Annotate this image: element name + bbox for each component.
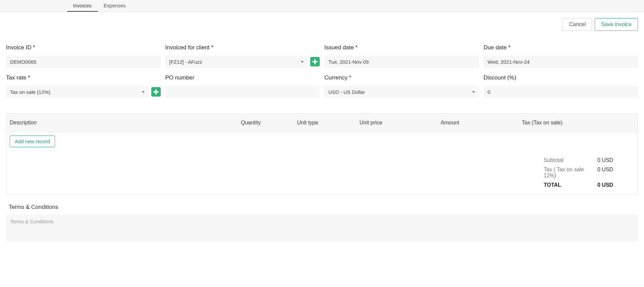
col-header-unit-type: Unit type xyxy=(297,120,360,126)
tab-invoices[interactable]: Invoices xyxy=(67,0,98,12)
chevron-down-icon xyxy=(142,91,145,93)
action-bar: Cancel Save invoice xyxy=(6,18,638,31)
invoice-form: Invoice ID * Invoiced for client * [FZ12… xyxy=(6,44,638,98)
subtotal-value: 0 USD xyxy=(597,157,634,163)
col-header-quantity: Quantity xyxy=(241,120,297,126)
grand-total-value: 0 USD xyxy=(597,182,634,188)
field-discount: Discount (%) xyxy=(484,74,638,98)
cancel-button[interactable]: Cancel xyxy=(562,18,592,31)
label-po-number: PO number xyxy=(165,74,320,81)
field-due-date: Due date * xyxy=(484,44,638,68)
field-tax-rate: Tax rate * Tax on sale (12%) xyxy=(6,74,161,98)
col-header-amount: Amount xyxy=(441,120,522,126)
invoice-id-input[interactable] xyxy=(6,56,161,68)
client-select-value: [FZ12] - AFuzz xyxy=(169,59,202,65)
client-select[interactable]: [FZ12] - AFuzz xyxy=(165,56,308,68)
add-new-record-button[interactable]: Add new record xyxy=(10,135,55,147)
discount-input[interactable] xyxy=(484,86,638,98)
subtotal-label: Subtotal xyxy=(544,157,597,163)
col-header-unit-price: Unit price xyxy=(360,120,441,126)
label-issued-date: Issued date * xyxy=(324,44,479,51)
field-currency: Currency * USD - US Dollar xyxy=(324,74,479,98)
totals-section: Subtotal 0 USD Tax ( Tax on sale 12%) 0 … xyxy=(6,151,638,195)
add-tax-rate-button[interactable] xyxy=(151,87,161,97)
label-discount: Discount (%) xyxy=(484,74,638,81)
po-number-input[interactable] xyxy=(165,86,320,98)
field-issued-date: Issued date * xyxy=(324,44,479,68)
issued-date-input[interactable] xyxy=(324,56,479,68)
tax-total-value: 0 USD xyxy=(597,167,634,179)
col-header-tax: Tax (Tax on sale) xyxy=(522,120,634,126)
terms-title: Terms & Conditions xyxy=(9,204,638,211)
tax-rate-select[interactable]: Tax on sale (12%) xyxy=(6,86,149,98)
top-tabs: Invoices Expenses xyxy=(0,0,644,12)
label-invoice-id: Invoice ID * xyxy=(6,44,161,51)
chevron-down-icon xyxy=(472,91,475,93)
terms-textarea[interactable] xyxy=(6,215,638,241)
label-due-date: Due date * xyxy=(484,44,638,51)
line-items-table: Description Quantity Unit type Unit pric… xyxy=(6,113,638,195)
chevron-down-icon xyxy=(301,61,304,63)
tab-expenses[interactable]: Expenses xyxy=(98,0,132,12)
currency-select-value: USD - US Dollar xyxy=(328,89,365,95)
table-body: Add new record xyxy=(6,132,638,151)
due-date-input[interactable] xyxy=(484,56,638,68)
label-client: Invoiced for client * xyxy=(165,44,320,51)
add-client-button[interactable] xyxy=(310,57,320,66)
field-client: Invoiced for client * [FZ12] - AFuzz xyxy=(165,44,320,68)
tax-rate-select-value: Tax on sale (12%) xyxy=(10,89,50,95)
grand-total-label: TOTAL xyxy=(544,182,597,188)
label-tax-rate: Tax rate * xyxy=(6,74,161,81)
table-header-row: Description Quantity Unit type Unit pric… xyxy=(6,114,638,132)
field-po-number: PO number xyxy=(165,74,320,98)
tax-total-label: Tax ( Tax on sale 12%) xyxy=(544,167,597,179)
save-invoice-button[interactable]: Save invoice xyxy=(595,18,638,31)
currency-select[interactable]: USD - US Dollar xyxy=(324,86,479,98)
field-invoice-id: Invoice ID * xyxy=(6,44,161,68)
col-header-description: Description xyxy=(10,120,241,126)
label-currency: Currency * xyxy=(324,74,479,81)
